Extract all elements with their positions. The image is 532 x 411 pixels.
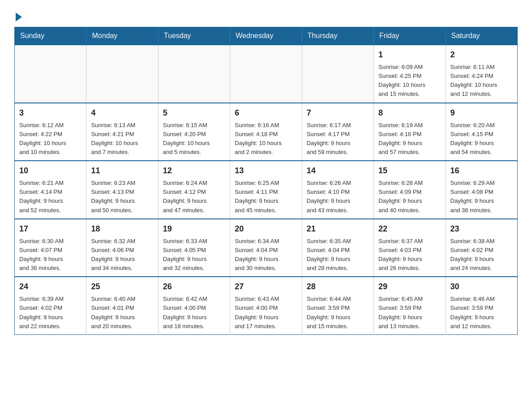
day-number: 6 <box>235 107 297 119</box>
weekday-header-sunday: Sunday <box>15 27 86 45</box>
weekday-header-thursday: Thursday <box>302 27 373 45</box>
day-number: 28 <box>307 281 369 293</box>
weekday-header-friday: Friday <box>374 27 446 45</box>
day-info: Sunrise: 6:44 AM Sunset: 3:59 PM Dayligh… <box>307 295 369 331</box>
day-number: 2 <box>450 49 513 61</box>
day-info: Sunrise: 6:30 AM Sunset: 4:07 PM Dayligh… <box>19 237 82 273</box>
weekday-header-monday: Monday <box>86 27 158 45</box>
day-info: Sunrise: 6:20 AM Sunset: 4:15 PM Dayligh… <box>450 121 513 157</box>
calendar-cell <box>302 45 373 103</box>
calendar-cell: 22Sunrise: 6:37 AM Sunset: 4:03 PM Dayli… <box>374 219 446 277</box>
day-number: 15 <box>378 165 441 177</box>
day-number: 29 <box>378 281 441 293</box>
calendar-cell: 13Sunrise: 6:25 AM Sunset: 4:11 PM Dayli… <box>230 161 302 219</box>
day-number: 26 <box>163 281 225 293</box>
day-info: Sunrise: 6:15 AM Sunset: 4:20 PM Dayligh… <box>163 121 225 157</box>
day-number: 24 <box>19 281 82 293</box>
calendar-cell: 2Sunrise: 6:11 AM Sunset: 4:24 PM Daylig… <box>446 45 517 103</box>
day-number: 17 <box>19 223 82 235</box>
calendar-cell: 16Sunrise: 6:29 AM Sunset: 4:08 PM Dayli… <box>446 161 517 219</box>
day-info: Sunrise: 6:42 AM Sunset: 4:00 PM Dayligh… <box>163 295 225 331</box>
day-number: 16 <box>450 165 513 177</box>
day-info: Sunrise: 6:17 AM Sunset: 4:17 PM Dayligh… <box>307 121 369 157</box>
week-row-1: 1Sunrise: 6:09 AM Sunset: 4:25 PM Daylig… <box>15 45 518 103</box>
calendar-cell <box>15 45 86 103</box>
calendar-cell: 10Sunrise: 6:21 AM Sunset: 4:14 PM Dayli… <box>15 161 86 219</box>
calendar-cell <box>86 45 158 103</box>
calendar-cell: 23Sunrise: 6:38 AM Sunset: 4:02 PM Dayli… <box>446 219 517 277</box>
day-info: Sunrise: 6:38 AM Sunset: 4:02 PM Dayligh… <box>450 237 513 273</box>
calendar-cell: 26Sunrise: 6:42 AM Sunset: 4:00 PM Dayli… <box>158 277 230 334</box>
day-number: 23 <box>450 223 513 235</box>
calendar-cell: 6Sunrise: 6:16 AM Sunset: 4:18 PM Daylig… <box>230 103 302 161</box>
day-info: Sunrise: 6:12 AM Sunset: 4:22 PM Dayligh… <box>19 121 82 157</box>
day-info: Sunrise: 6:23 AM Sunset: 4:13 PM Dayligh… <box>91 179 153 215</box>
calendar-cell: 29Sunrise: 6:45 AM Sunset: 3:59 PM Dayli… <box>374 277 446 334</box>
calendar-cell: 17Sunrise: 6:30 AM Sunset: 4:07 PM Dayli… <box>15 219 86 277</box>
calendar-table: SundayMondayTuesdayWednesdayThursdayFrid… <box>14 27 518 335</box>
calendar-cell: 15Sunrise: 6:28 AM Sunset: 4:09 PM Dayli… <box>374 161 446 219</box>
page-header <box>14 11 518 20</box>
day-number: 7 <box>307 107 369 119</box>
day-info: Sunrise: 6:21 AM Sunset: 4:14 PM Dayligh… <box>19 179 82 215</box>
calendar-cell: 28Sunrise: 6:44 AM Sunset: 3:59 PM Dayli… <box>302 277 373 334</box>
day-info: Sunrise: 6:29 AM Sunset: 4:08 PM Dayligh… <box>450 179 513 215</box>
calendar-cell: 24Sunrise: 6:39 AM Sunset: 4:02 PM Dayli… <box>15 277 86 334</box>
day-info: Sunrise: 6:16 AM Sunset: 4:18 PM Dayligh… <box>235 121 297 157</box>
day-number: 30 <box>450 281 513 293</box>
calendar-cell: 12Sunrise: 6:24 AM Sunset: 4:12 PM Dayli… <box>158 161 230 219</box>
calendar-cell: 11Sunrise: 6:23 AM Sunset: 4:13 PM Dayli… <box>86 161 158 219</box>
calendar-cell: 9Sunrise: 6:20 AM Sunset: 4:15 PM Daylig… <box>446 103 517 161</box>
calendar-cell: 21Sunrise: 6:35 AM Sunset: 4:04 PM Dayli… <box>302 219 373 277</box>
day-info: Sunrise: 6:09 AM Sunset: 4:25 PM Dayligh… <box>378 63 441 99</box>
day-info: Sunrise: 6:32 AM Sunset: 4:06 PM Dayligh… <box>91 237 153 273</box>
week-row-5: 24Sunrise: 6:39 AM Sunset: 4:02 PM Dayli… <box>15 277 518 334</box>
day-number: 13 <box>235 165 297 177</box>
logo <box>14 11 22 20</box>
day-number: 27 <box>235 281 297 293</box>
calendar-cell: 27Sunrise: 6:43 AM Sunset: 4:00 PM Dayli… <box>230 277 302 334</box>
calendar-cell <box>158 45 230 103</box>
week-row-2: 3Sunrise: 6:12 AM Sunset: 4:22 PM Daylig… <box>15 103 518 161</box>
day-number: 8 <box>378 107 441 119</box>
day-info: Sunrise: 6:43 AM Sunset: 4:00 PM Dayligh… <box>235 295 297 331</box>
week-row-3: 10Sunrise: 6:21 AM Sunset: 4:14 PM Dayli… <box>15 161 518 219</box>
day-number: 5 <box>163 107 225 119</box>
calendar-cell: 1Sunrise: 6:09 AM Sunset: 4:25 PM Daylig… <box>374 45 446 103</box>
weekday-header-tuesday: Tuesday <box>158 27 230 45</box>
weekday-header-saturday: Saturday <box>446 27 517 45</box>
day-info: Sunrise: 6:11 AM Sunset: 4:24 PM Dayligh… <box>450 63 513 99</box>
calendar-cell: 5Sunrise: 6:15 AM Sunset: 4:20 PM Daylig… <box>158 103 230 161</box>
logo-arrow-icon <box>16 13 22 21</box>
day-info: Sunrise: 6:40 AM Sunset: 4:01 PM Dayligh… <box>91 295 153 331</box>
calendar-cell: 20Sunrise: 6:34 AM Sunset: 4:04 PM Dayli… <box>230 219 302 277</box>
day-number: 14 <box>307 165 369 177</box>
day-info: Sunrise: 6:13 AM Sunset: 4:21 PM Dayligh… <box>91 121 153 157</box>
day-info: Sunrise: 6:45 AM Sunset: 3:59 PM Dayligh… <box>378 295 441 331</box>
calendar-cell: 4Sunrise: 6:13 AM Sunset: 4:21 PM Daylig… <box>86 103 158 161</box>
day-info: Sunrise: 6:39 AM Sunset: 4:02 PM Dayligh… <box>19 295 82 331</box>
day-number: 9 <box>450 107 513 119</box>
calendar-cell: 30Sunrise: 6:46 AM Sunset: 3:59 PM Dayli… <box>446 277 517 334</box>
week-row-4: 17Sunrise: 6:30 AM Sunset: 4:07 PM Dayli… <box>15 219 518 277</box>
day-info: Sunrise: 6:34 AM Sunset: 4:04 PM Dayligh… <box>235 237 297 273</box>
day-number: 19 <box>163 223 225 235</box>
day-info: Sunrise: 6:35 AM Sunset: 4:04 PM Dayligh… <box>307 237 369 273</box>
day-info: Sunrise: 6:19 AM Sunset: 4:16 PM Dayligh… <box>378 121 441 157</box>
day-info: Sunrise: 6:37 AM Sunset: 4:03 PM Dayligh… <box>378 237 441 273</box>
day-number: 18 <box>91 223 153 235</box>
weekday-header-wednesday: Wednesday <box>230 27 302 45</box>
calendar-cell: 8Sunrise: 6:19 AM Sunset: 4:16 PM Daylig… <box>374 103 446 161</box>
calendar-cell: 25Sunrise: 6:40 AM Sunset: 4:01 PM Dayli… <box>86 277 158 334</box>
calendar-cell: 19Sunrise: 6:33 AM Sunset: 4:05 PM Dayli… <box>158 219 230 277</box>
calendar-cell <box>230 45 302 103</box>
day-info: Sunrise: 6:33 AM Sunset: 4:05 PM Dayligh… <box>163 237 225 273</box>
day-info: Sunrise: 6:46 AM Sunset: 3:59 PM Dayligh… <box>450 295 513 331</box>
calendar-cell: 18Sunrise: 6:32 AM Sunset: 4:06 PM Dayli… <box>86 219 158 277</box>
day-number: 11 <box>91 165 153 177</box>
day-info: Sunrise: 6:24 AM Sunset: 4:12 PM Dayligh… <box>163 179 225 215</box>
day-number: 3 <box>19 107 82 119</box>
calendar-cell: 3Sunrise: 6:12 AM Sunset: 4:22 PM Daylig… <box>15 103 86 161</box>
day-number: 21 <box>307 223 369 235</box>
day-number: 10 <box>19 165 82 177</box>
